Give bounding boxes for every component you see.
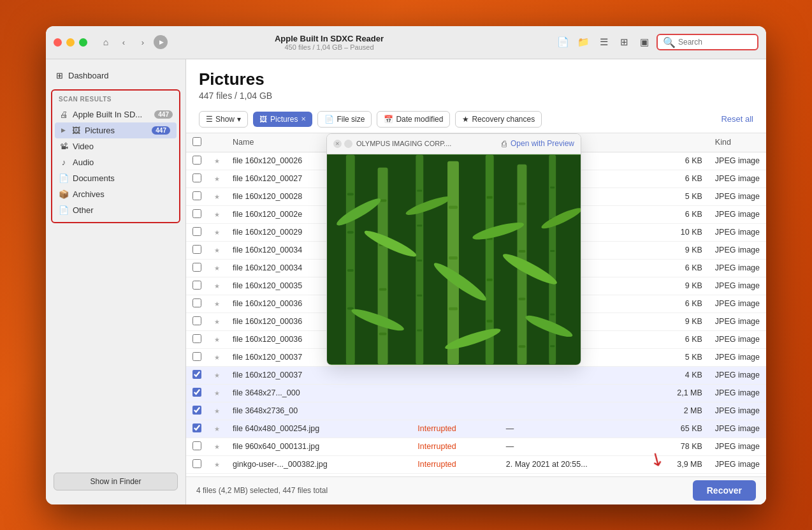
close-button[interactable] [54, 38, 62, 47]
row-checkbox-cell[interactable] [186, 438, 208, 455]
sidebar-item-device[interactable]: 🖨 Apple Built In SD... 447 [52, 107, 179, 122]
recovery-chances-filter-button[interactable]: ★ Recovery chances [455, 111, 542, 128]
sidebar-item-dashboard[interactable]: ⊞ Dashboard [46, 67, 185, 84]
other-icon: 📄 [59, 205, 69, 215]
pictures-filter-tag[interactable]: 🖼 Pictures ✕ [253, 112, 312, 127]
sidebar-item-documents[interactable]: 📄 Documents [52, 170, 179, 186]
sidebar-footer: Show in Finder [46, 466, 185, 497]
open-with-preview-button[interactable]: Open with Preview [511, 139, 574, 148]
svg-rect-5 [347, 307, 354, 309]
list-icon[interactable]: ☰ [595, 34, 612, 50]
sidebar-item-audio[interactable]: ♪ Audio [52, 154, 179, 170]
svg-rect-16 [417, 329, 422, 331]
file-star-icon: ★ [214, 300, 220, 307]
preview-close-button[interactable]: ✕ [333, 140, 342, 148]
show-finder-button[interactable]: Show in Finder [54, 473, 178, 490]
grid-icon: ⊞ [56, 71, 63, 80]
filter-icon: ☰ [206, 115, 213, 124]
search-box[interactable]: 🔍 [656, 34, 758, 50]
row-checkbox[interactable] [192, 227, 201, 236]
layout-icon[interactable]: ▣ [636, 34, 653, 50]
archives-label: Archives [73, 189, 173, 199]
row-checkbox-cell[interactable] [186, 402, 208, 420]
folder-icon[interactable]: 📁 [575, 34, 591, 50]
row-checkbox[interactable] [192, 388, 201, 397]
row-checkbox[interactable] [192, 281, 201, 290]
minimize-button[interactable] [66, 38, 75, 47]
row-checkbox-cell[interactable] [186, 170, 208, 188]
row-checkbox-cell[interactable] [186, 295, 208, 313]
select-all-header[interactable] [186, 133, 208, 152]
row-checkbox[interactable] [192, 334, 201, 343]
preview-close-buttons: ✕ [333, 140, 352, 148]
row-checkbox[interactable] [192, 441, 201, 450]
row-checkbox[interactable] [192, 352, 201, 361]
row-checkbox[interactable] [192, 209, 201, 218]
row-checkbox-cell[interactable] [186, 455, 208, 473]
sidebar-item-archives[interactable]: 📦 Archives [52, 186, 179, 202]
kind-header: Kind [709, 133, 766, 152]
row-star: ★ [208, 438, 226, 455]
row-checkbox[interactable] [192, 156, 201, 165]
maximize-button[interactable] [79, 38, 87, 47]
row-checkbox-cell[interactable] [186, 277, 208, 295]
row-checkbox[interactable] [192, 459, 201, 468]
row-date [500, 366, 664, 384]
preview-minimize-button[interactable] [344, 140, 352, 148]
row-checkbox-cell[interactable] [186, 473, 208, 476]
search-input[interactable] [678, 38, 752, 47]
row-checkbox[interactable] [192, 173, 201, 182]
row-checkbox[interactable] [192, 245, 201, 254]
row-checkbox-cell[interactable] [186, 348, 208, 366]
file-icon[interactable]: 📄 [555, 34, 571, 50]
row-star: ★ [208, 420, 226, 438]
pictures-filter-close[interactable]: ✕ [301, 115, 306, 122]
row-checkbox[interactable] [192, 423, 201, 432]
file-size-filter-button[interactable]: 📄 File size [317, 111, 372, 128]
select-all-checkbox[interactable] [192, 137, 201, 146]
row-checkbox-cell[interactable] [186, 241, 208, 259]
row-checkbox[interactable] [192, 191, 201, 200]
show-filter-button[interactable]: ☰ Show ▾ [199, 111, 248, 128]
row-checkbox[interactable] [192, 316, 201, 325]
row-checkbox-cell[interactable] [186, 420, 208, 438]
svg-rect-2 [347, 193, 354, 195]
row-kind: JPEG image [709, 277, 766, 295]
window-subtitle: 450 files / 1,04 GB – Paused [110, 43, 548, 51]
row-checkbox-cell[interactable] [186, 152, 208, 170]
svg-rect-27 [518, 202, 525, 205]
svg-rect-34 [550, 250, 555, 252]
row-checkbox-cell[interactable] [186, 313, 208, 330]
sidebar-item-video[interactable]: 📽 Video [52, 138, 179, 154]
date-modified-filter-button[interactable]: 📅 Date modified [377, 111, 450, 128]
row-checkbox-cell[interactable] [186, 330, 208, 348]
row-kind: JPEG image [709, 223, 766, 241]
preview-share-icon[interactable]: ⎙ [502, 139, 507, 149]
row-checkbox[interactable] [192, 406, 201, 415]
grid-icon[interactable]: ⊞ [616, 34, 632, 50]
reset-all-button[interactable]: Reset all [721, 114, 753, 124]
row-checkbox[interactable] [192, 370, 201, 379]
pictures-icon: 🖼 [71, 126, 81, 135]
row-name: ginkgo-user-..._000388.jpg [226, 473, 411, 476]
row-star: ★ [208, 313, 226, 330]
sidebar-item-pictures[interactable]: ▶ 🖼 Pictures 447 [55, 122, 177, 138]
row-status: Interrupted [411, 438, 499, 455]
svg-rect-24 [487, 278, 493, 281]
row-checkbox-cell[interactable] [186, 188, 208, 205]
file-star-icon: ★ [214, 283, 220, 290]
svg-rect-17 [447, 161, 459, 364]
row-checkbox-cell[interactable] [186, 259, 208, 277]
calendar-icon: 📅 [384, 115, 393, 124]
titlebar-actions: 📄 📁 ☰ ⊞ ▣ 🔍 [555, 34, 758, 50]
row-checkbox-cell[interactable] [186, 366, 208, 384]
preview-svg [327, 154, 581, 365]
row-checkbox[interactable] [192, 263, 201, 272]
recover-button[interactable]: Recover [693, 480, 756, 501]
sidebar-item-other[interactable]: 📄 Other [52, 202, 179, 218]
row-checkbox[interactable] [192, 298, 201, 307]
svg-rect-36 [550, 313, 555, 315]
row-checkbox-cell[interactable] [186, 205, 208, 223]
row-checkbox-cell[interactable] [186, 384, 208, 402]
row-checkbox-cell[interactable] [186, 223, 208, 241]
